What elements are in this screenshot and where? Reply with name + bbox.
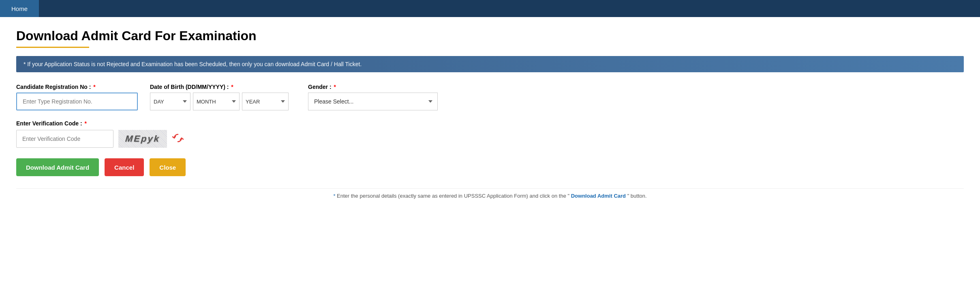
- gender-select[interactable]: Please Select... Male Female Other Pleas…: [308, 93, 438, 110]
- buttons-row: Download Admit Card Cancel Close: [16, 158, 964, 176]
- verification-required: *: [84, 120, 86, 127]
- info-banner: * If your Application Status is not Reje…: [16, 56, 964, 72]
- dob-selects: DAY DAY010203040506070809101112131415161…: [150, 93, 296, 110]
- gender-label: Gender : *: [308, 84, 438, 90]
- footer-star: *: [333, 193, 335, 199]
- footer-note: * Enter the personal details (exactly sa…: [16, 188, 964, 199]
- navbar: Home: [0, 0, 980, 17]
- verification-row: MEpyk: [16, 130, 964, 148]
- form-row-1: Candidate Registration No : * Date of Bi…: [16, 84, 964, 110]
- refresh-icon[interactable]: [172, 133, 184, 145]
- verification-input[interactable]: [16, 130, 113, 148]
- gender-required: *: [334, 84, 336, 90]
- dob-group: Date of Birth (DD/MM/YYYY) : * DAY DAY01…: [150, 84, 296, 110]
- page-title: Download Admit Card For Examination: [16, 28, 964, 43]
- dob-day-select[interactable]: DAY DAY010203040506070809101112131415161…: [150, 93, 190, 110]
- dob-required: *: [231, 84, 233, 90]
- captcha-text: MEpyk: [125, 134, 160, 144]
- reg-group: Candidate Registration No : *: [16, 84, 138, 110]
- download-admit-card-button[interactable]: Download Admit Card: [16, 158, 99, 176]
- verification-label: Enter Verification Code : *: [16, 120, 964, 127]
- reg-label: Candidate Registration No : *: [16, 84, 138, 90]
- cancel-button[interactable]: Cancel: [105, 158, 144, 176]
- dob-label: Date of Birth (DD/MM/YYYY) : *: [150, 84, 296, 90]
- home-button[interactable]: Home: [0, 0, 39, 17]
- main-content: Download Admit Card For Examination * If…: [0, 17, 980, 207]
- dob-month-select[interactable]: MONTH MONTHJanuaryFebruaryMarchAprilMayJ…: [193, 93, 240, 110]
- close-button[interactable]: Close: [150, 158, 186, 176]
- gender-group: Gender : * Please Select... Male Female …: [308, 84, 438, 110]
- footer-note-link: Download Admit Card: [571, 193, 626, 199]
- verification-section: Enter Verification Code : * MEpyk: [16, 120, 964, 148]
- registration-input[interactable]: [16, 93, 138, 110]
- reg-required: *: [93, 84, 95, 90]
- captcha-image: MEpyk: [118, 130, 167, 148]
- title-underline: [16, 47, 89, 48]
- footer-note-before: Enter the personal details (exactly same…: [337, 193, 571, 199]
- dob-year-select[interactable]: YEAR YEAR2024202320222021202020192018201…: [242, 93, 289, 110]
- footer-note-after: " button.: [627, 193, 647, 199]
